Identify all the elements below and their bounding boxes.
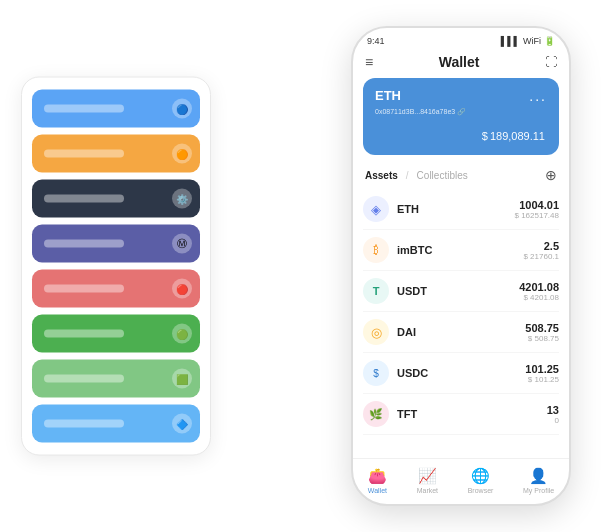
usdc-values: 101.25 $ 101.25 <box>525 363 559 384</box>
profile-nav-icon: 👤 <box>529 467 548 485</box>
imbtc-amount: 2.5 <box>523 240 559 252</box>
asset-list: ◈ ETH 1004.01 $ 162517.48 ₿ imBTC 2.5 $ … <box>353 189 569 458</box>
asset-row-usdc[interactable]: $ USDC 101.25 $ 101.25 <box>363 353 559 394</box>
eth-card[interactable]: ETH ... 0x08711d3B...8416a78e3 🔗 $189,08… <box>363 78 559 155</box>
asset-row-tft[interactable]: 🌿 TFT 13 0 <box>363 394 559 435</box>
usdt-name: USDT <box>397 285 519 297</box>
usdt-icon: T <box>363 278 389 304</box>
assets-tabs: Assets / Collectibles <box>365 170 468 181</box>
tab-assets[interactable]: Assets <box>365 170 398 181</box>
time-display: 9:41 <box>367 36 385 46</box>
card-label-1 <box>44 105 124 113</box>
status-bar: 9:41 ▌▌▌ WiFi 🔋 <box>353 28 569 50</box>
card-item-8[interactable]: 🔷 <box>32 405 200 443</box>
expand-icon[interactable]: ⛶ <box>545 55 557 69</box>
nav-market[interactable]: 📈 Market <box>417 467 438 494</box>
eth-usd: $ 162517.48 <box>515 211 560 220</box>
card-item-3[interactable]: ⚙️ <box>32 180 200 218</box>
currency-symbol: $ <box>482 130 488 142</box>
assets-header: Assets / Collectibles ⊕ <box>353 163 569 189</box>
usdc-name: USDC <box>397 367 525 379</box>
imbtc-values: 2.5 $ 21760.1 <box>523 240 559 261</box>
imbtc-icon: ₿ <box>363 237 389 263</box>
tft-amount: 13 <box>547 404 559 416</box>
eth-name: ETH <box>397 203 515 215</box>
tft-name: TFT <box>397 408 547 420</box>
nav-browser[interactable]: 🌐 Browser <box>468 467 494 494</box>
browser-nav-label: Browser <box>468 487 494 494</box>
card-label-2 <box>44 150 124 158</box>
card-label-4 <box>44 240 124 248</box>
dai-values: 508.75 $ 508.75 <box>525 322 559 343</box>
eth-card-title: ETH <box>375 88 401 103</box>
nav-profile[interactable]: 👤 My Profile <box>523 467 554 494</box>
asset-row-usdt[interactable]: T USDT 4201.08 $ 4201.08 <box>363 271 559 312</box>
card-item-6[interactable]: 🟢 <box>32 315 200 353</box>
usdt-values: 4201.08 $ 4201.08 <box>519 281 559 302</box>
card-label-6 <box>44 330 124 338</box>
card-item-1[interactable]: 🔵 <box>32 90 200 128</box>
card-icon-5: 🔴 <box>172 279 192 299</box>
card-label-5 <box>44 285 124 293</box>
wifi-icon: WiFi <box>523 36 541 46</box>
menu-icon[interactable]: ≡ <box>365 54 373 70</box>
dai-amount: 508.75 <box>525 322 559 334</box>
phone-mockup: 9:41 ▌▌▌ WiFi 🔋 ≡ Wallet ⛶ ETH ... 0x087… <box>351 26 571 506</box>
scene: 🔵 🟠 ⚙️ Ⓜ 🔴 🟢 🟩 🔷 <box>21 16 581 516</box>
tft-icon: 🌿 <box>363 401 389 427</box>
card-item-4[interactable]: Ⓜ <box>32 225 200 263</box>
card-item-7[interactable]: 🟩 <box>32 360 200 398</box>
card-icon-1: 🔵 <box>172 99 192 119</box>
card-icon-7: 🟩 <box>172 369 192 389</box>
eth-values: 1004.01 $ 162517.48 <box>515 199 560 220</box>
wallet-title: Wallet <box>439 54 480 70</box>
asset-row-dai[interactable]: ◎ DAI 508.75 $ 508.75 <box>363 312 559 353</box>
eth-card-header: ETH ... <box>375 88 547 104</box>
browser-nav-icon: 🌐 <box>471 467 490 485</box>
usdc-amount: 101.25 <box>525 363 559 375</box>
card-icon-2: 🟠 <box>172 144 192 164</box>
eth-icon: ◈ <box>363 196 389 222</box>
wallet-nav-label: Wallet <box>368 487 387 494</box>
eth-amount: 1004.01 <box>515 199 560 211</box>
battery-icon: 🔋 <box>544 36 555 46</box>
asset-row-eth[interactable]: ◈ ETH 1004.01 $ 162517.48 <box>363 189 559 230</box>
tft-values: 13 0 <box>547 404 559 425</box>
card-icon-4: Ⓜ <box>172 234 192 254</box>
tab-collectibles[interactable]: Collectibles <box>417 170 468 181</box>
balance-value: 189,089.11 <box>490 130 545 142</box>
status-icons: ▌▌▌ WiFi 🔋 <box>501 36 555 46</box>
nav-wallet[interactable]: 👛 Wallet <box>368 467 387 494</box>
card-item-2[interactable]: 🟠 <box>32 135 200 173</box>
dai-icon: ◎ <box>363 319 389 345</box>
signal-icon: ▌▌▌ <box>501 36 520 46</box>
eth-card-balance: $189,089.11 <box>375 122 547 145</box>
tft-usd: 0 <box>547 416 559 425</box>
market-nav-label: Market <box>417 487 438 494</box>
card-icon-8: 🔷 <box>172 414 192 434</box>
market-nav-icon: 📈 <box>418 467 437 485</box>
tab-divider: / <box>406 170 409 181</box>
dai-name: DAI <box>397 326 525 338</box>
card-label-8 <box>44 420 124 428</box>
bottom-nav: 👛 Wallet 📈 Market 🌐 Browser 👤 My Profile <box>353 458 569 504</box>
imbtc-name: imBTC <box>397 244 523 256</box>
usdc-usd: $ 101.25 <box>525 375 559 384</box>
card-icon-6: 🟢 <box>172 324 192 344</box>
phone-header: ≡ Wallet ⛶ <box>353 50 569 78</box>
profile-nav-label: My Profile <box>523 487 554 494</box>
card-item-5[interactable]: 🔴 <box>32 270 200 308</box>
card-label-3 <box>44 195 124 203</box>
wallet-nav-icon: 👛 <box>368 467 387 485</box>
eth-card-menu[interactable]: ... <box>529 88 547 104</box>
usdt-amount: 4201.08 <box>519 281 559 293</box>
card-stack: 🔵 🟠 ⚙️ Ⓜ 🔴 🟢 🟩 🔷 <box>21 77 211 456</box>
imbtc-usd: $ 21760.1 <box>523 252 559 261</box>
asset-row-imbtc[interactable]: ₿ imBTC 2.5 $ 21760.1 <box>363 230 559 271</box>
phone-content: ETH ... 0x08711d3B...8416a78e3 🔗 $189,08… <box>353 78 569 458</box>
add-asset-button[interactable]: ⊕ <box>545 167 557 183</box>
card-icon-3: ⚙️ <box>172 189 192 209</box>
eth-card-address: 0x08711d3B...8416a78e3 🔗 <box>375 108 547 116</box>
dai-usd: $ 508.75 <box>525 334 559 343</box>
usdc-icon: $ <box>363 360 389 386</box>
